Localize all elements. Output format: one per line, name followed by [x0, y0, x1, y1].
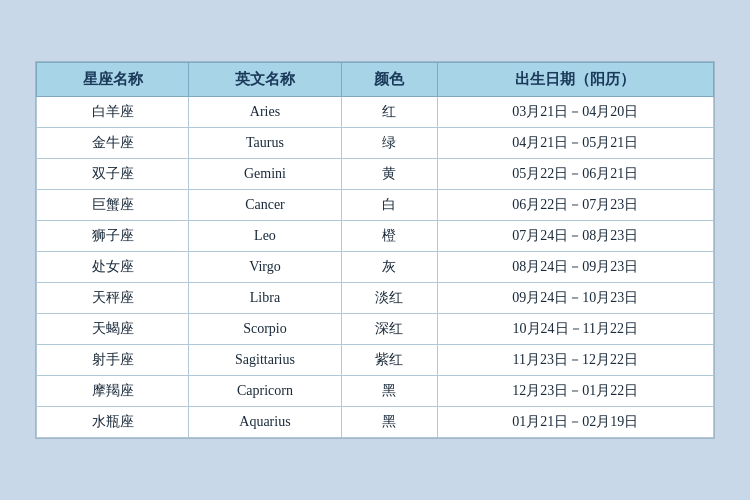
col-header-date: 出生日期（阳历） — [437, 63, 713, 97]
zodiac-table-wrapper: 星座名称 英文名称 颜色 出生日期（阳历） 白羊座Aries红03月21日－04… — [35, 61, 715, 439]
cell-r3-c2: 白 — [341, 190, 437, 221]
cell-r3-c0: 巨蟹座 — [37, 190, 189, 221]
col-header-english-name: 英文名称 — [189, 63, 341, 97]
cell-r1-c3: 04月21日－05月21日 — [437, 128, 713, 159]
cell-r0-c2: 红 — [341, 97, 437, 128]
zodiac-table: 星座名称 英文名称 颜色 出生日期（阳历） 白羊座Aries红03月21日－04… — [36, 62, 714, 438]
cell-r8-c0: 射手座 — [37, 345, 189, 376]
cell-r8-c3: 11月23日－12月22日 — [437, 345, 713, 376]
cell-r0-c1: Aries — [189, 97, 341, 128]
table-row: 天秤座Libra淡红09月24日－10月23日 — [37, 283, 714, 314]
table-row: 天蝎座Scorpio深红10月24日－11月22日 — [37, 314, 714, 345]
cell-r3-c3: 06月22日－07月23日 — [437, 190, 713, 221]
cell-r9-c2: 黑 — [341, 376, 437, 407]
cell-r7-c0: 天蝎座 — [37, 314, 189, 345]
cell-r8-c2: 紫红 — [341, 345, 437, 376]
cell-r4-c1: Leo — [189, 221, 341, 252]
cell-r9-c1: Capricorn — [189, 376, 341, 407]
cell-r7-c3: 10月24日－11月22日 — [437, 314, 713, 345]
cell-r6-c3: 09月24日－10月23日 — [437, 283, 713, 314]
table-row: 水瓶座Aquarius黑01月21日－02月19日 — [37, 407, 714, 438]
cell-r2-c3: 05月22日－06月21日 — [437, 159, 713, 190]
cell-r2-c1: Gemini — [189, 159, 341, 190]
cell-r1-c0: 金牛座 — [37, 128, 189, 159]
cell-r1-c2: 绿 — [341, 128, 437, 159]
cell-r4-c3: 07月24日－08月23日 — [437, 221, 713, 252]
col-header-color: 颜色 — [341, 63, 437, 97]
cell-r10-c3: 01月21日－02月19日 — [437, 407, 713, 438]
cell-r6-c1: Libra — [189, 283, 341, 314]
cell-r6-c2: 淡红 — [341, 283, 437, 314]
cell-r10-c1: Aquarius — [189, 407, 341, 438]
cell-r3-c1: Cancer — [189, 190, 341, 221]
cell-r7-c2: 深红 — [341, 314, 437, 345]
table-row: 狮子座Leo橙07月24日－08月23日 — [37, 221, 714, 252]
table-row: 双子座Gemini黄05月22日－06月21日 — [37, 159, 714, 190]
table-row: 白羊座Aries红03月21日－04月20日 — [37, 97, 714, 128]
col-header-chinese-name: 星座名称 — [37, 63, 189, 97]
table-body: 白羊座Aries红03月21日－04月20日金牛座Taurus绿04月21日－0… — [37, 97, 714, 438]
cell-r6-c0: 天秤座 — [37, 283, 189, 314]
cell-r7-c1: Scorpio — [189, 314, 341, 345]
cell-r2-c2: 黄 — [341, 159, 437, 190]
cell-r0-c3: 03月21日－04月20日 — [437, 97, 713, 128]
cell-r5-c0: 处女座 — [37, 252, 189, 283]
cell-r4-c0: 狮子座 — [37, 221, 189, 252]
table-row: 摩羯座Capricorn黑12月23日－01月22日 — [37, 376, 714, 407]
cell-r8-c1: Sagittarius — [189, 345, 341, 376]
cell-r10-c2: 黑 — [341, 407, 437, 438]
table-header-row: 星座名称 英文名称 颜色 出生日期（阳历） — [37, 63, 714, 97]
cell-r9-c0: 摩羯座 — [37, 376, 189, 407]
cell-r2-c0: 双子座 — [37, 159, 189, 190]
table-row: 金牛座Taurus绿04月21日－05月21日 — [37, 128, 714, 159]
table-row: 处女座Virgo灰08月24日－09月23日 — [37, 252, 714, 283]
cell-r10-c0: 水瓶座 — [37, 407, 189, 438]
cell-r1-c1: Taurus — [189, 128, 341, 159]
table-row: 射手座Sagittarius紫红11月23日－12月22日 — [37, 345, 714, 376]
cell-r5-c3: 08月24日－09月23日 — [437, 252, 713, 283]
cell-r4-c2: 橙 — [341, 221, 437, 252]
table-row: 巨蟹座Cancer白06月22日－07月23日 — [37, 190, 714, 221]
cell-r5-c2: 灰 — [341, 252, 437, 283]
cell-r5-c1: Virgo — [189, 252, 341, 283]
cell-r0-c0: 白羊座 — [37, 97, 189, 128]
cell-r9-c3: 12月23日－01月22日 — [437, 376, 713, 407]
